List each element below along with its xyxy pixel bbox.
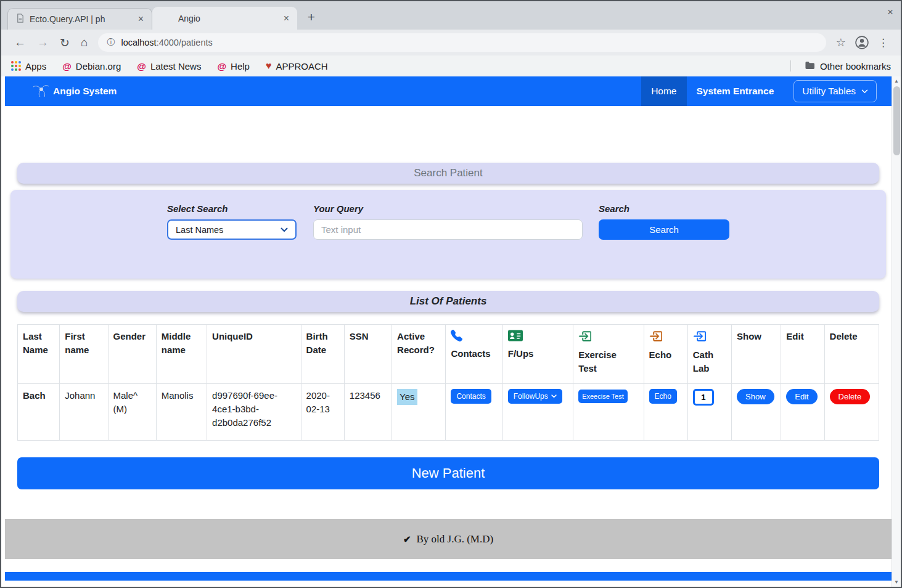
exercise-test-button[interactable]: Exeecise Test — [578, 390, 628, 403]
bookmarks-divider — [790, 60, 791, 71]
tab-angio[interactable]: Angio × — [152, 7, 297, 30]
tab-title: Angio — [178, 14, 276, 23]
browser-window: Ecto.Query.API | ph × Angio × + × ← → ↻ … — [0, 0, 902, 588]
page-viewport: Angio System Home System Entrance Utilit… — [1, 76, 901, 587]
utility-tables-dropdown[interactable]: Utility Tables — [793, 80, 877, 102]
col-birth-date: Birth Date — [301, 325, 344, 384]
col-ssn: SSN — [344, 325, 392, 384]
cell-echo: Echo — [644, 384, 687, 441]
forward-button[interactable]: → — [31, 36, 54, 49]
url-path: :4000/patients — [157, 38, 213, 47]
scroll-down-arrow[interactable]: ▼ — [892, 578, 901, 587]
scrollbar[interactable]: ▲ ▼ — [892, 76, 901, 587]
web-page: Angio System Home System Entrance Utilit… — [1, 76, 892, 587]
search-type-select[interactable]: Last Names — [167, 219, 297, 240]
cell-contacts: Contacts — [446, 384, 502, 441]
bookmark-latest-news[interactable]: @ Latest News — [137, 61, 201, 71]
new-patient-button[interactable]: New Patient — [17, 457, 879, 489]
page-footer: ✔ By old J.G. (M.D) — [5, 519, 892, 559]
search-form-panel: Select Search Last Names Your Query — [10, 190, 886, 279]
search-button[interactable]: Search — [599, 219, 729, 240]
cell-first-name: Johann — [60, 384, 108, 441]
followups-dropdown-button[interactable]: FollowUps — [508, 389, 562, 404]
nav-home[interactable]: Home — [641, 76, 686, 106]
col-contacts: Contacts — [446, 325, 502, 384]
bookmark-star-icon[interactable]: ☆ — [831, 36, 851, 49]
your-query-label: Your Query — [313, 203, 583, 214]
chevron-down-icon — [551, 394, 557, 398]
cell-edit: Edit — [781, 384, 824, 441]
brand[interactable]: Angio System — [31, 82, 117, 100]
home-button[interactable]: ⌂ — [75, 36, 93, 49]
apps-grid-icon — [11, 61, 21, 71]
scrollbar-thumb[interactable] — [893, 86, 900, 155]
reload-button[interactable]: ↻ — [54, 36, 75, 50]
patients-table: Last Name First name Gender Middle name … — [17, 324, 879, 441]
list-of-patients-header: List Of Patients — [17, 291, 879, 312]
site-info-icon[interactable]: ⓘ — [107, 37, 115, 48]
contacts-button[interactable]: Contacts — [451, 389, 491, 404]
url-text: localhost:4000/patients — [121, 38, 212, 47]
cell-delete: Delete — [824, 384, 879, 441]
cath-lab-button[interactable]: 1 — [693, 389, 714, 406]
cell-gender: Male^ (M) — [108, 384, 156, 441]
bookmarks-bar: Apps @ Debian.org @ Latest News @ Help ♥… — [1, 55, 901, 76]
chevron-down-icon — [861, 89, 868, 94]
tab-close-icon[interactable]: × — [281, 13, 292, 24]
delete-button[interactable]: Delete — [830, 389, 871, 404]
active-record-badge: Yes — [397, 389, 417, 405]
scroll-up-arrow[interactable]: ▲ — [892, 76, 901, 86]
chevron-down-icon — [281, 227, 288, 232]
search-patient-title: Search Patient — [414, 167, 483, 179]
show-button[interactable]: Show — [737, 389, 774, 404]
window-close-icon[interactable]: × — [887, 6, 893, 18]
cell-cath-lab: 1 — [687, 384, 731, 441]
col-unique-id: UniqueID — [207, 325, 301, 384]
bookmark-apps[interactable]: Apps — [11, 61, 46, 71]
new-tab-button[interactable]: + — [302, 8, 321, 27]
search-patient-header: Search Patient — [17, 163, 879, 184]
profile-icon[interactable] — [851, 36, 873, 49]
col-first-name: First name — [60, 325, 108, 384]
debian-swirl-icon: @ — [217, 61, 226, 71]
contact-card-icon — [508, 330, 568, 345]
cathlab-box-arrow-icon — [693, 330, 726, 346]
echo-button[interactable]: Echo — [649, 389, 677, 404]
utility-tables-label: Utility Tables — [802, 86, 856, 97]
nav-system-entrance[interactable]: System Entrance — [687, 76, 784, 106]
col-cath-lab: Cath Lab — [687, 325, 731, 384]
cell-birth-date: 2020-02-13 — [301, 384, 344, 441]
col-last-name: Last Name — [18, 325, 60, 384]
col-delete: Delete — [824, 325, 879, 384]
footer-text: By old J.G. (M.D) — [416, 533, 493, 545]
cell-unique-id: d997690f-69ee-4ce1-b3bd-d2b0da276f52 — [207, 384, 301, 441]
bookmark-help[interactable]: @ Help — [217, 61, 250, 71]
bookmark-label: Apps — [25, 61, 46, 71]
address-bar[interactable]: ⓘ localhost:4000/patients — [98, 33, 826, 52]
app-navbar: Angio System Home System Entrance Utilit… — [5, 76, 892, 106]
browser-menu-icon[interactable]: ⋮ — [873, 36, 893, 49]
list-of-patients-title: List Of Patients — [410, 295, 487, 308]
cell-show: Show — [732, 384, 781, 441]
edit-button[interactable]: Edit — [786, 389, 817, 404]
debian-swirl-icon: @ — [137, 61, 146, 71]
query-input[interactable] — [313, 219, 583, 240]
cell-active-record: Yes — [392, 384, 446, 441]
bookmark-label: Help — [231, 61, 250, 71]
tab-close-icon[interactable]: × — [135, 14, 147, 25]
search-label: Search — [599, 203, 729, 214]
other-bookmarks-label: Other bookmarks — [820, 61, 891, 71]
bookmark-label: APPROACH — [276, 61, 327, 71]
tab-strip: Ecto.Query.API | ph × Angio × + × — [1, 1, 901, 30]
bookmark-approach[interactable]: ♥ APPROACH — [266, 60, 328, 71]
tab-ecto-query[interactable]: Ecto.Query.API | ph × — [7, 8, 152, 30]
browser-toolbar: ← → ↻ ⌂ ⓘ localhost:4000/patients ☆ ⋮ — [1, 30, 901, 55]
bottom-blue-bar — [5, 572, 892, 581]
col-edit: Edit — [781, 325, 824, 384]
other-bookmarks[interactable]: Other bookmarks — [805, 61, 891, 71]
angio-logo-icon — [31, 82, 52, 100]
exercise-box-arrow-icon — [578, 330, 638, 346]
back-button[interactable]: ← — [9, 36, 31, 49]
col-gender: Gender — [108, 325, 156, 384]
bookmark-debian[interactable]: @ Debian.org — [62, 61, 121, 71]
